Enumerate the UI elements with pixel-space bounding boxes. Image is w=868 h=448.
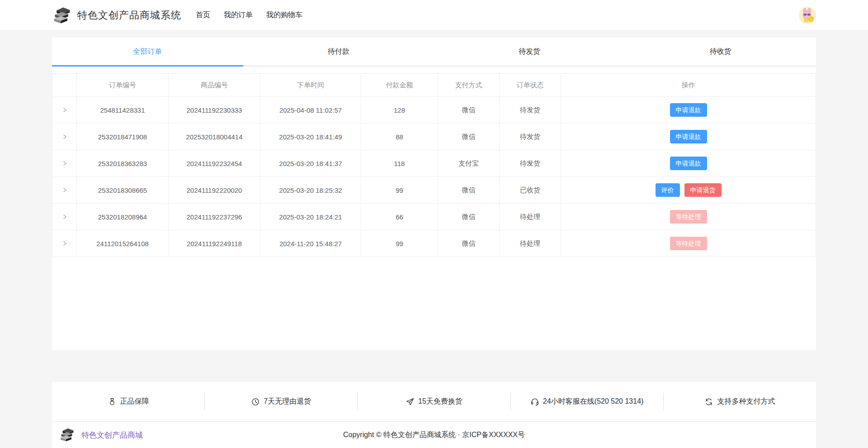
table-row: 2548114283312024111922303332025-04-08 11… (52, 97, 816, 124)
clock-icon (251, 397, 260, 406)
app-logo[interactable] (52, 5, 73, 26)
cell-status: 待发货 (500, 124, 561, 150)
cell-payment: 微信 (438, 204, 500, 230)
expand-cell (52, 230, 77, 257)
cell-order_no: 2532018363283 (77, 150, 169, 177)
expand-row-icon[interactable] (60, 186, 69, 195)
cell-order_time: 2025-03-20 18:24:21 (260, 204, 361, 230)
orders-card: 全部订单待付款待发货待收货 订单编号商品编号下单时间付款金额支付方式订单状态操作… (52, 38, 816, 350)
tab-0[interactable]: 全部订单 (52, 38, 243, 66)
send-icon (406, 397, 415, 406)
cell-actions: 申请退款 (561, 124, 816, 150)
table-row: 25320183632832024111922324542025-03-20 1… (52, 150, 816, 177)
tab-1[interactable]: 待付款 (243, 38, 434, 66)
service-item-3: 24小时客服在线(520 520 1314) (510, 393, 663, 410)
app-header: 特色文创产品商城系统 首页我的订单我的购物车 (0, 0, 868, 31)
cell-payment: 微信 (438, 124, 500, 150)
cell-amount: 99 (361, 177, 438, 204)
cell-actions: 等待处理 (561, 230, 816, 257)
cell-order_no: 24112015264108 (77, 230, 169, 257)
service-label: 正品保障 (120, 397, 149, 406)
order-action-button[interactable]: 申请退款 (670, 157, 707, 170)
expand-cell (52, 177, 77, 204)
cell-amount: 128 (361, 97, 438, 124)
order-action-button[interactable]: 申请退款 (670, 103, 707, 117)
expand-row-icon[interactable] (60, 159, 69, 168)
layers-logo-icon (52, 5, 72, 25)
order-action-button[interactable]: 等待处理 (670, 210, 707, 224)
expand-cell (52, 204, 77, 230)
cell-order_no: 254811428331 (77, 97, 169, 124)
user-avatar[interactable] (799, 7, 816, 24)
order-action-button[interactable]: 评价 (656, 183, 680, 197)
medal-icon (108, 397, 117, 406)
expand-row-icon[interactable] (60, 132, 69, 141)
orders-table: 订单编号商品编号下单时间付款金额支付方式订单状态操作 2548114283312… (52, 73, 816, 257)
cell-status: 待发货 (500, 150, 561, 177)
service-item-4: 支持多种支付方式 (663, 393, 816, 410)
bottom-bar: 特色文创产品商城 Copyright © 特色文创产品商城系统 · 京ICP备X… (52, 422, 816, 448)
cell-product_no: 202411192230333 (169, 97, 260, 124)
page-title: 特色文创产品商城系统 (77, 9, 181, 22)
cell-amount: 66 (361, 204, 438, 230)
table-row: 241120152641082024111922491182024-11-20 … (52, 230, 816, 257)
service-label: 15天免费换货 (418, 397, 462, 406)
column-header: 操作 (561, 74, 816, 97)
rabbit-avatar-icon (799, 7, 816, 24)
service-item-0: 正品保障 (52, 393, 204, 410)
service-guarantees: 正品保障7天无理由退货15天免费换货24小时客服在线(520 520 1314)… (52, 382, 816, 422)
cell-actions: 等待处理 (561, 204, 816, 230)
expand-cell (52, 97, 77, 124)
expand-row-icon[interactable] (60, 239, 69, 248)
cell-order_no: 2532018308665 (77, 177, 169, 204)
service-label: 24小时客服在线(520 520 1314) (543, 397, 643, 406)
cell-order_time: 2025-03-20 18:41:37 (260, 150, 361, 177)
cell-actions: 评价申请退货 (561, 177, 816, 204)
cell-order_time: 2024-11-20 15:48:27 (260, 230, 361, 257)
order-tabs: 全部订单待付款待发货待收货 (52, 38, 816, 67)
service-item-2: 15天免费换货 (357, 393, 510, 410)
cell-order_time: 2025-03-20 18:25:32 (260, 177, 361, 204)
expand-cell (52, 150, 77, 177)
nav-item-1[interactable]: 我的订单 (224, 10, 253, 20)
service-label: 支持多种支付方式 (717, 397, 775, 406)
tab-3[interactable]: 待收货 (625, 38, 816, 66)
table-header-row: 订单编号商品编号下单时间付款金额支付方式订单状态操作 (52, 74, 816, 97)
cell-status: 待处理 (500, 204, 561, 230)
cell-order_no: 2532018208964 (77, 204, 169, 230)
column-header: 订单状态 (500, 74, 561, 97)
expand-row-icon[interactable] (60, 105, 69, 114)
cell-product_no: 202411192237296 (169, 204, 260, 230)
column-header: 商品编号 (169, 74, 260, 97)
expand-row-icon[interactable] (60, 212, 69, 221)
order-action-button[interactable]: 申请退货 (684, 183, 722, 197)
tab-2[interactable]: 待发货 (434, 38, 625, 66)
expand-column-header (52, 74, 77, 97)
refresh-icon (704, 397, 713, 406)
cell-product_no: 202411192249118 (169, 230, 260, 257)
column-header: 付款金额 (361, 74, 438, 97)
service-label: 7天无理由退货 (264, 397, 311, 406)
service-item-1: 7天无理由退货 (204, 393, 357, 410)
cell-status: 待发货 (500, 97, 561, 124)
cell-amount: 88 (361, 124, 438, 150)
main-nav: 首页我的订单我的购物车 (196, 10, 316, 20)
column-header: 订单编号 (77, 74, 169, 97)
cell-order_time: 2025-04-08 11:02:57 (260, 97, 361, 124)
page-footer: 正品保障7天无理由退货15天免费换货24小时客服在线(520 520 1314)… (52, 382, 816, 448)
cell-actions: 申请退款 (561, 97, 816, 124)
headset-icon (530, 397, 539, 406)
cell-payment: 微信 (438, 177, 500, 204)
table-row: 25320183086652024111922200202025-03-20 1… (52, 177, 816, 204)
nav-item-0[interactable]: 首页 (196, 10, 210, 20)
order-action-button[interactable]: 等待处理 (670, 237, 707, 250)
cell-status: 待处理 (500, 230, 561, 257)
cell-amount: 118 (361, 150, 438, 177)
cell-payment: 微信 (438, 97, 500, 124)
cell-actions: 申请退款 (561, 150, 816, 177)
nav-item-2[interactable]: 我的购物车 (266, 10, 302, 20)
table-row: 25320182089642024111922372962025-03-20 1… (52, 204, 816, 230)
cell-payment: 微信 (438, 230, 500, 257)
column-header: 下单时间 (260, 74, 361, 97)
order-action-button[interactable]: 申请退款 (670, 130, 707, 143)
